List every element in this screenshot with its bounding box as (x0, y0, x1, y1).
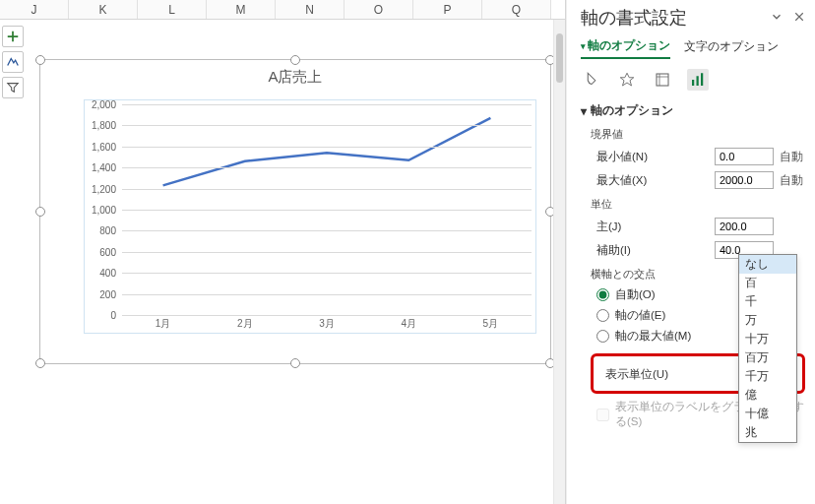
y-axis-labels: 2,0001,8001,6001,4001,2001,0008006004002… (85, 104, 120, 315)
tab-text-options[interactable]: 文字のオプション (684, 38, 779, 58)
svg-rect-1 (657, 74, 668, 86)
y-tick-label: 800 (99, 225, 116, 236)
format-axis-pane: 軸の書式設定 ▾軸のオプション 文字のオプション ▾ 軸のオプション 境界値 最… (566, 0, 815, 504)
chart-object[interactable]: A店売上 2,0001,8001,6001,4001,2001,00080060… (39, 59, 551, 364)
close-icon[interactable] (793, 10, 805, 27)
plot-area[interactable]: 2,0001,8001,6001,4001,2001,0008006004002… (84, 99, 536, 334)
spreadsheet-area: J K L M N O P Q A店売上 2,0001,8001,6001,40… (0, 0, 566, 504)
col-header-O[interactable]: O (345, 0, 413, 19)
minor-unit-label: 補助(I) (591, 243, 709, 258)
display-unit-dropdown[interactable]: なし百千万十万百万千万億十億兆 (738, 254, 797, 443)
gridline (122, 104, 532, 105)
pane-controls (770, 10, 805, 27)
y-tick-label: 400 (99, 268, 116, 279)
display-unit-label: 表示単位(U) (599, 367, 745, 382)
tab-axis-options[interactable]: ▾軸のオプション (581, 37, 670, 59)
dropdown-option[interactable]: 千 (739, 292, 796, 311)
chart-styles-button[interactable] (2, 51, 24, 73)
svg-rect-2 (692, 80, 694, 86)
selection-handle[interactable] (35, 207, 45, 217)
major-unit-input[interactable] (715, 218, 774, 235)
max-input[interactable] (715, 171, 774, 189)
gridline (122, 210, 532, 211)
dropdown-option[interactable]: 万 (739, 311, 796, 330)
dropdown-option[interactable]: 千万 (739, 367, 796, 386)
pane-icon-tabs (581, 69, 805, 91)
gridline (122, 252, 532, 253)
plot-inner (122, 104, 532, 315)
y-tick-label: 600 (99, 246, 116, 257)
expand-caret-icon: ▾ (581, 104, 587, 118)
chart-elements-button[interactable] (2, 26, 24, 47)
min-input[interactable] (715, 148, 774, 165)
max-label: 最大値(X) (591, 173, 709, 188)
pane-tabs: ▾軸のオプション 文字のオプション (581, 37, 805, 59)
selection-handle[interactable] (35, 358, 45, 368)
col-header-P[interactable]: P (413, 0, 482, 19)
col-header-L[interactable]: L (138, 0, 207, 19)
y-tick-label: 1,400 (92, 162, 116, 173)
y-tick-label: 1,600 (92, 141, 116, 152)
size-properties-icon[interactable] (652, 69, 673, 91)
gridline (122, 147, 532, 148)
selection-handle[interactable] (290, 358, 300, 368)
col-header-J[interactable]: J (0, 0, 69, 19)
units-label: 単位 (591, 197, 805, 212)
gridline (122, 315, 532, 316)
y-tick-label: 1,200 (92, 183, 116, 194)
x-tick-label: 3月 (319, 317, 335, 331)
x-tick-label: 1月 (156, 317, 171, 331)
effects-icon[interactable] (616, 69, 638, 91)
dropdown-option[interactable]: 十億 (739, 405, 796, 423)
fill-icon[interactable] (581, 69, 602, 91)
y-tick-label: 1,800 (92, 120, 116, 131)
y-tick-label: 0 (110, 310, 116, 321)
svg-marker-0 (620, 73, 634, 86)
y-tick-label: 200 (99, 288, 116, 299)
dropdown-option[interactable]: なし (739, 255, 796, 274)
chart-filters-button[interactable] (2, 77, 24, 98)
collapse-icon[interactable] (770, 10, 784, 27)
svg-rect-4 (701, 73, 703, 86)
axis-options-section-header[interactable]: ▾ 軸のオプション (581, 102, 805, 119)
gridline (122, 273, 532, 274)
pane-title: 軸の書式設定 (581, 6, 687, 30)
x-tick-label: 5月 (483, 317, 499, 331)
x-tick-label: 4月 (401, 317, 416, 331)
col-header-M[interactable]: M (207, 0, 276, 19)
col-header-K[interactable]: K (69, 0, 138, 19)
dropdown-option[interactable]: 百 (739, 274, 796, 292)
gridline (122, 189, 532, 190)
svg-rect-3 (697, 76, 699, 86)
max-auto-label: 自動 (780, 173, 805, 188)
selection-handle[interactable] (35, 55, 45, 65)
bounds-label: 境界値 (591, 127, 805, 142)
min-label: 最小値(N) (591, 150, 709, 164)
v-scrollbar[interactable] (553, 20, 565, 504)
col-header-N[interactable]: N (276, 0, 345, 19)
dropdown-option[interactable]: 兆 (739, 423, 796, 442)
gridline (122, 125, 532, 126)
gridline (122, 167, 532, 168)
min-auto-label: 自動 (780, 150, 805, 164)
y-tick-label: 2,000 (92, 99, 116, 110)
column-headers: J K L M N O P Q (0, 0, 565, 20)
col-header-Q[interactable]: Q (482, 0, 551, 19)
chart-side-toolbar (2, 26, 24, 98)
x-axis-labels: 1月2月3月4月5月 (122, 317, 532, 333)
axis-options-icon[interactable] (687, 69, 709, 91)
dropdown-option[interactable]: 十万 (739, 330, 796, 348)
y-tick-label: 1,000 (92, 205, 116, 216)
major-unit-label: 主(J) (591, 220, 709, 234)
x-tick-label: 2月 (237, 317, 253, 331)
v-scroll-thumb[interactable] (556, 33, 563, 83)
dropdown-option[interactable]: 億 (739, 386, 796, 405)
selection-handle[interactable] (290, 55, 300, 65)
dropdown-option[interactable]: 百万 (739, 348, 796, 367)
gridline (122, 230, 532, 231)
gridline (122, 294, 532, 295)
